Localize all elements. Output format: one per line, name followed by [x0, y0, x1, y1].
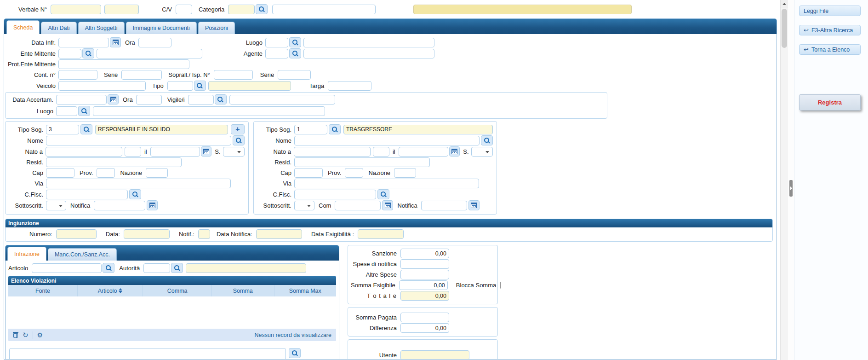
differenza-input[interactable] [400, 323, 449, 333]
data-accertam-calendar-button[interactable] [108, 94, 119, 105]
cap-input[interactable] [294, 168, 323, 178]
categoria-search-button[interactable] [256, 4, 268, 14]
nazione-input[interactable] [146, 168, 168, 178]
notifica-calendar-button[interactable] [147, 200, 158, 210]
tab-infrazione[interactable]: Infrazione [7, 247, 46, 261]
articolo-input[interactable] [32, 263, 102, 273]
articolo-search-button[interactable] [103, 263, 114, 273]
vertical-scrollbar[interactable] [780, 0, 788, 360]
refresh-icon[interactable]: ↻ [23, 331, 29, 338]
autorita-search-button[interactable] [171, 263, 183, 273]
ora-accertam-input[interactable] [136, 95, 162, 105]
column-fonte[interactable]: Fonte [8, 285, 77, 296]
nato-a-prov-input[interactable] [373, 147, 389, 157]
nome-input[interactable] [46, 136, 231, 145]
notifica-input[interactable] [421, 201, 467, 210]
tab-manc-con-sanz-acc[interactable]: Manc.Con./Sanz.Acc. [48, 248, 117, 261]
scrollbar-thumb[interactable] [782, 9, 787, 48]
luogo-infr-desc-input[interactable] [303, 38, 434, 47]
notifica-calendar-button[interactable] [468, 200, 480, 210]
veicolo-input[interactable] [58, 81, 146, 91]
cont-n-input[interactable] [58, 70, 97, 80]
ora-infr-input[interactable] [138, 38, 171, 47]
nome-search-button[interactable] [233, 135, 245, 145]
note-textarea[interactable] [9, 348, 286, 360]
nazione-input[interactable] [394, 168, 416, 178]
altre-spese-input[interactable] [400, 270, 449, 279]
luogo-accertam-code-input[interactable] [56, 106, 77, 116]
tab-altri-soggetti[interactable]: Altri Soggetti [78, 22, 125, 34]
serie-input[interactable] [121, 70, 162, 80]
gear-icon[interactable]: ⚙ [37, 332, 43, 338]
sottoscritt-dropdown[interactable] [46, 201, 66, 210]
tipo-sog-input[interactable] [294, 125, 327, 134]
prov-input[interactable] [345, 168, 363, 178]
column-somma-max[interactable]: Somma Max [274, 285, 336, 296]
tab-immagini-documenti[interactable]: Immagini e Documenti [126, 22, 197, 34]
blocca-somma-checkbox[interactable] [500, 282, 501, 289]
sottoscritt-dropdown[interactable] [294, 201, 314, 210]
data-infr-input[interactable] [58, 38, 109, 47]
nome-input[interactable] [294, 136, 480, 145]
spese-notifica-input[interactable] [400, 259, 449, 269]
delete-icon[interactable] [13, 332, 18, 338]
somma-pagata-input[interactable] [400, 313, 449, 322]
nato-il-calendar-button[interactable] [201, 146, 212, 157]
note-search-button[interactable] [289, 348, 301, 358]
ente-mittente-code-input[interactable] [58, 49, 81, 58]
nato-a-prov-input[interactable] [125, 147, 141, 157]
agente-desc-input[interactable] [303, 49, 434, 58]
utente-input[interactable] [400, 350, 469, 360]
nato-il-input[interactable] [399, 147, 448, 157]
verbale-description-input[interactable] [413, 5, 632, 14]
vigile-desc-input[interactable] [229, 95, 335, 105]
nato-il-input[interactable] [150, 147, 200, 157]
ente-mittente-search-button[interactable] [82, 48, 94, 58]
cv-input[interactable] [176, 5, 192, 14]
vigile-search-button[interactable] [215, 94, 227, 105]
panel-splitter[interactable] [788, 0, 794, 360]
tipo-search-button[interactable] [194, 81, 206, 91]
com-calendar-button[interactable] [382, 200, 393, 210]
cfisc-input[interactable] [46, 190, 128, 199]
scroll-up-button[interactable] [781, 0, 788, 8]
add-subject-button[interactable]: + [231, 124, 245, 134]
tipo-sog-input[interactable] [46, 125, 79, 134]
nato-a-input[interactable] [294, 147, 371, 157]
prot-ente-input[interactable] [58, 59, 189, 69]
data-accertam-input[interactable] [56, 95, 107, 105]
ente-mittente-desc-input[interactable] [97, 49, 202, 58]
nato-a-input[interactable] [46, 147, 122, 157]
verbale-number-input[interactable] [51, 5, 101, 14]
verbale-number2-input[interactable] [104, 5, 139, 14]
tipo-sog-desc-input[interactable] [343, 125, 493, 134]
resid-input[interactable] [294, 157, 430, 167]
data-infr-calendar-button[interactable] [110, 37, 121, 47]
autorita-input[interactable] [143, 263, 170, 273]
sanzione-input[interactable] [400, 249, 449, 258]
agente-code-input[interactable] [265, 49, 288, 58]
tab-scheda[interactable]: Scheda [6, 20, 40, 34]
com-input[interactable] [335, 201, 381, 210]
somma-esigibile-input[interactable] [399, 280, 448, 290]
sesso-dropdown[interactable] [223, 147, 245, 157]
cap-input[interactable] [46, 168, 74, 178]
luogo-infr-code-input[interactable] [265, 38, 288, 47]
numero-input[interactable] [56, 229, 97, 239]
registra-button[interactable]: Registra [799, 94, 861, 110]
sort-icon[interactable] [119, 288, 122, 293]
tipo-sog-search-button[interactable] [329, 124, 341, 134]
tipo-sog-desc-input[interactable] [95, 125, 228, 134]
categoria-desc-input[interactable] [272, 5, 376, 14]
data-input[interactable] [124, 229, 170, 239]
sesso-dropdown[interactable] [471, 147, 493, 157]
tipo-sog-search-button[interactable] [80, 124, 92, 134]
totale-input[interactable] [400, 291, 449, 301]
torna-a-elenco-button[interactable]: ↩ Torna a Elenco [799, 44, 861, 55]
luogo-infr-search-button[interactable] [289, 37, 301, 47]
tipo-desc-input[interactable] [208, 81, 291, 91]
column-articolo[interactable]: Articolo [77, 285, 143, 296]
via-input[interactable] [294, 179, 479, 188]
cfisc-search-button[interactable] [129, 189, 141, 199]
splitter-handle[interactable] [789, 180, 793, 197]
